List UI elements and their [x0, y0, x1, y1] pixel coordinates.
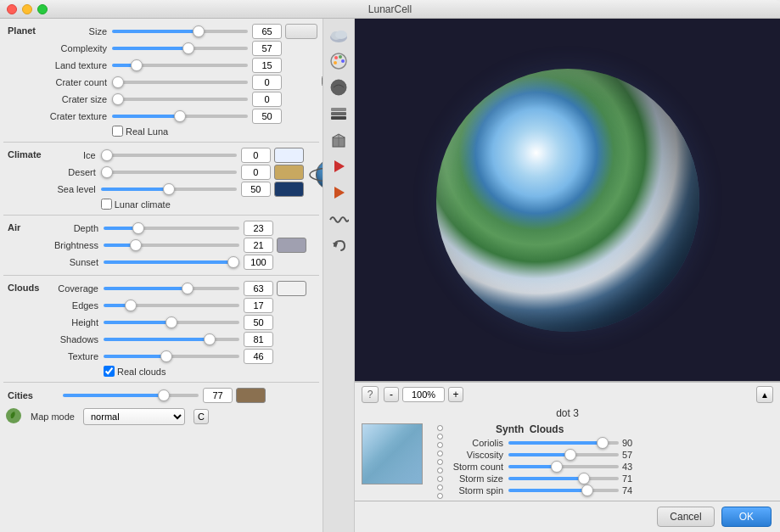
cloud-preview-area: [362, 423, 438, 491]
air-brightness-slider[interactable]: [104, 244, 239, 247]
synth-storm-size-slider[interactable]: [508, 477, 619, 480]
planet-land-texture-row: Land texture 15: [36, 58, 317, 73]
sphere-toolbar-icon[interactable]: [327, 76, 351, 99]
cancel-button[interactable]: Cancel: [657, 507, 714, 527]
climate-globe-widget[interactable]: [308, 151, 323, 198]
scroll-up-button[interactable]: ▲: [756, 386, 773, 403]
map-c-button[interactable]: C: [194, 409, 209, 424]
climate-ice-slider[interactable]: [101, 154, 237, 157]
dot-6[interactable]: [437, 468, 443, 473]
synth-storm-count-slider[interactable]: [508, 465, 619, 468]
clouds-texture-slider[interactable]: [104, 355, 239, 358]
svg-point-13: [331, 80, 346, 95]
cities-slider-container: [63, 394, 199, 397]
real-luna-checkbox[interactable]: [112, 126, 123, 137]
clouds-edges-value[interactable]: 17: [244, 298, 273, 313]
cities-value[interactable]: 77: [203, 388, 233, 403]
cities-color-swatch[interactable]: [236, 388, 266, 403]
dot-2[interactable]: [437, 434, 443, 440]
climate-sea-level-value[interactable]: 50: [241, 182, 271, 197]
synth-viscosity-value: 57: [622, 450, 648, 460]
layers-toolbar-icon[interactable]: [327, 102, 351, 126]
planet-crater-texture-row: Crater texture 50: [36, 109, 317, 124]
wave-toolbar-icon[interactable]: [327, 207, 351, 231]
undo-toolbar-icon[interactable]: [327, 233, 351, 257]
synth-coriolis-value: 90: [622, 438, 648, 448]
air-sunset-value[interactable]: 100: [244, 255, 273, 270]
palette-icon: [328, 51, 349, 71]
clouds-shadows-slider-container: [104, 338, 239, 341]
dot-9[interactable]: [437, 493, 443, 499]
real-clouds-checkbox[interactable]: [104, 366, 115, 377]
planet-crater-size-slider[interactable]: [112, 98, 248, 101]
air-brightness-value[interactable]: 21: [244, 238, 273, 253]
planet-crater-texture-value[interactable]: 50: [252, 109, 282, 124]
clouds-shadows-value[interactable]: 81: [244, 332, 273, 347]
lunar-climate-row: Lunar climate: [101, 199, 304, 210]
real-luna-label: Real Luna: [126, 126, 168, 137]
minimize-button[interactable]: [22, 4, 32, 14]
cities-slider[interactable]: [63, 394, 199, 397]
climate-ice-color-swatch[interactable]: [274, 148, 304, 163]
cloud-thumbnail[interactable]: [362, 423, 423, 484]
zoom-minus-button[interactable]: -: [384, 387, 399, 402]
climate-desert-slider[interactable]: [101, 171, 237, 174]
ok-button[interactable]: OK: [721, 507, 772, 527]
planet-crater-count-slider[interactable]: [112, 81, 248, 84]
clouds-texture-value[interactable]: 46: [244, 349, 273, 364]
planet-size-button[interactable]: [285, 24, 317, 39]
question-button[interactable]: ?: [362, 386, 379, 403]
clouds-height-slider[interactable]: [104, 321, 239, 324]
planet-crater-texture-label: Crater texture: [36, 111, 112, 121]
planet-crater-count-value[interactable]: 0: [252, 75, 282, 90]
planet-crater-texture-slider[interactable]: [112, 115, 248, 118]
clouds-edges-label: Edges: [44, 300, 104, 311]
climate-ice-value[interactable]: 0: [241, 148, 271, 163]
dot-ring-container: [435, 423, 445, 501]
dot-5[interactable]: [437, 459, 443, 465]
clouds-coverage-slider[interactable]: [104, 287, 239, 290]
air-sunset-color-swatch[interactable]: [277, 238, 306, 253]
synth-storm-spin-slider[interactable]: [508, 489, 619, 492]
planet-size-value[interactable]: 65: [252, 24, 282, 39]
play-toolbar-icon[interactable]: [327, 154, 351, 178]
planet-complexity-slider[interactable]: [112, 47, 248, 50]
synth-coriolis-slider[interactable]: [508, 441, 619, 445]
climate-sea-level-slider[interactable]: [101, 188, 237, 191]
climate-desert-color-swatch[interactable]: [274, 165, 304, 180]
box-toolbar-icon[interactable]: [327, 128, 351, 152]
dot-4[interactable]: [437, 451, 443, 456]
lunar-climate-checkbox[interactable]: [101, 199, 112, 210]
climate-section: Climate Ice 0: [0, 144, 323, 213]
clouds-toolbar-icon[interactable]: [327, 23, 351, 47]
planet-size-slider[interactable]: [112, 30, 248, 33]
dot-3[interactable]: [437, 442, 443, 448]
dot-1[interactable]: [437, 425, 443, 431]
maximize-button[interactable]: [37, 4, 48, 14]
planet-crater-count-label: Crater count: [36, 77, 112, 87]
air-sunset-slider[interactable]: [104, 260, 239, 264]
dot-8[interactable]: [437, 484, 443, 490]
planet-land-texture-value[interactable]: 15: [252, 58, 282, 73]
planet-complexity-value[interactable]: 57: [252, 41, 282, 56]
clouds-edges-slider[interactable]: [104, 304, 239, 307]
synth-viscosity-slider[interactable]: [508, 453, 619, 456]
zoom-plus-button[interactable]: +: [448, 387, 463, 402]
clouds-height-value[interactable]: 50: [244, 315, 273, 330]
clouds-coverage-value[interactable]: 63: [244, 281, 273, 296]
arrow-toolbar-icon[interactable]: [327, 181, 351, 204]
planet-crater-size-value[interactable]: 0: [252, 92, 282, 107]
climate-sea-level-color-swatch[interactable]: [274, 182, 304, 197]
climate-ice-label: Ice: [42, 150, 101, 160]
close-button[interactable]: [7, 4, 17, 14]
planet-land-texture-slider[interactable]: [112, 64, 248, 67]
map-mode-select[interactable]: normal map flat cylindrical: [83, 408, 185, 425]
air-depth-value[interactable]: 23: [244, 221, 273, 236]
middle-toolbar: [323, 19, 355, 532]
clouds-coverage-color-swatch[interactable]: [277, 281, 306, 296]
climate-desert-value[interactable]: 0: [241, 165, 271, 180]
dot-7[interactable]: [437, 476, 443, 482]
clouds-shadows-slider[interactable]: [104, 338, 239, 341]
palette-toolbar-icon[interactable]: [327, 49, 351, 73]
air-depth-slider[interactable]: [104, 227, 239, 230]
